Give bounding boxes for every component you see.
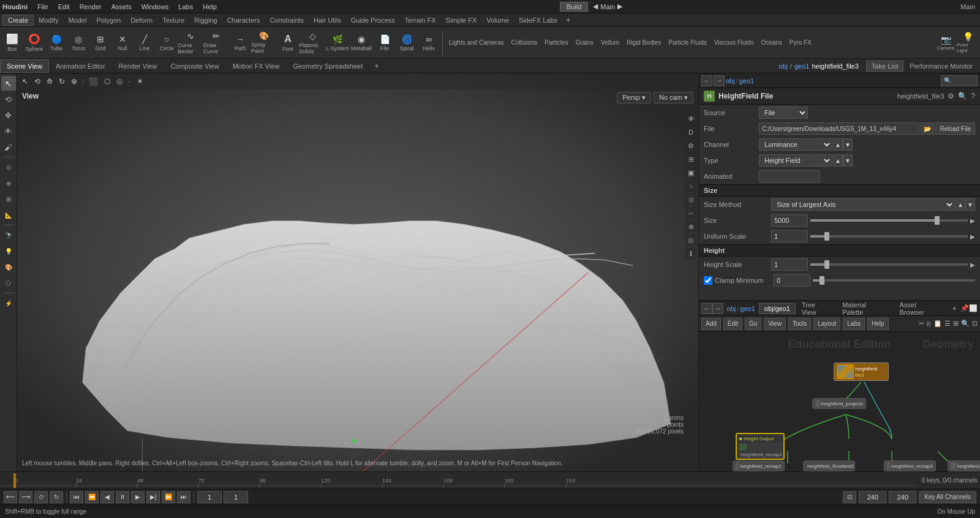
pivot-tool[interactable]: ⊕ bbox=[1, 176, 16, 190]
shelf-tab-sidefx[interactable]: SideFX Labs bbox=[514, 15, 562, 25]
tab-plus[interactable]: + bbox=[369, 59, 384, 73]
vp-xray-mode[interactable]: ◎ bbox=[114, 76, 125, 87]
tool-sphere[interactable]: ⭕ Sphere bbox=[23, 28, 45, 58]
channel-up-btn[interactable]: ▲ bbox=[833, 138, 843, 151]
size-method-down-btn[interactable]: ▼ bbox=[965, 198, 975, 211]
shelf-tab-create[interactable]: Create bbox=[2, 15, 34, 26]
ng-layout-btn[interactable]: Layout bbox=[813, 318, 840, 330]
vp-icon-4[interactable]: ⊞ bbox=[685, 153, 697, 165]
props-forward-btn[interactable]: → bbox=[714, 75, 725, 86]
tool-tube[interactable]: 🔵 Tube bbox=[45, 28, 67, 58]
oceans-tab[interactable]: Oceans bbox=[757, 38, 785, 47]
point-light-icon[interactable]: 💡 Point Light bbox=[957, 28, 979, 58]
file-path-input[interactable] bbox=[759, 122, 919, 135]
frame-range-start[interactable] bbox=[224, 491, 248, 503]
node-graph-expand-btn[interactable]: ⬜ bbox=[969, 304, 978, 312]
tool-curve-bezier[interactable]: ∿ Curve Bezier bbox=[178, 28, 203, 58]
shelf-tab-constraints[interactable]: Constraints bbox=[265, 15, 309, 25]
tool-file[interactable]: 📄 File bbox=[374, 28, 396, 58]
shelf-tab-modify[interactable]: Modify bbox=[34, 15, 63, 25]
clamp-min-slider[interactable] bbox=[813, 279, 975, 282]
uniform-scale-input[interactable] bbox=[771, 230, 808, 242]
vp-select-mode[interactable]: ↖ bbox=[20, 76, 31, 87]
performance-monitor-btn[interactable]: Performance Monitor bbox=[905, 61, 978, 71]
build-button[interactable]: Build bbox=[560, 2, 588, 12]
shelf-tab-hair[interactable]: Hair Utils bbox=[309, 15, 346, 25]
ng-tools-btn[interactable]: Tools bbox=[788, 318, 811, 330]
node-graph-forward-btn[interactable]: → bbox=[712, 303, 723, 314]
menu-labs[interactable]: Labs bbox=[173, 2, 198, 12]
shelf-tab-characters[interactable]: Characters bbox=[222, 15, 265, 25]
prev-key-btn[interactable]: ⏪ bbox=[85, 491, 99, 503]
props-search-input[interactable] bbox=[941, 75, 978, 86]
node-tab-tree[interactable]: Tree View bbox=[797, 300, 836, 317]
range-toggle-btn[interactable]: ⟵ bbox=[4, 491, 17, 503]
frame-value-right2[interactable] bbox=[889, 491, 916, 503]
menu-edit[interactable]: Edit bbox=[53, 2, 75, 12]
props-nav-geo1[interactable]: geo1 bbox=[739, 77, 754, 84]
tool-metaball[interactable]: ◉ Metaball bbox=[349, 28, 374, 58]
node-gear-btn[interactable]: ⚙ bbox=[948, 92, 954, 100]
particles-tab[interactable]: Particles bbox=[541, 38, 571, 47]
tab-geometry-spreadsheet[interactable]: Geometry Spreadsheet bbox=[287, 59, 370, 73]
type-up-btn[interactable]: ▲ bbox=[833, 154, 843, 167]
vp-icon-9[interactable]: ⊕ bbox=[685, 220, 697, 233]
tool-null[interactable]: ✕ Null bbox=[111, 28, 134, 58]
dynamics-tool[interactable]: ⚡ bbox=[1, 296, 16, 310]
timeline-ruler[interactable]: 0 24 48 72 96 120 144 168 192 bbox=[0, 471, 980, 489]
menu-file[interactable]: File bbox=[32, 2, 53, 12]
vp-icon-5[interactable]: ▣ bbox=[685, 167, 697, 179]
menu-help[interactable]: Help bbox=[198, 2, 222, 12]
range-toggle-btn2[interactable]: ⟶ bbox=[19, 491, 32, 503]
node-tab-material[interactable]: Material Palette bbox=[837, 300, 893, 317]
channel-select[interactable]: Luminance bbox=[759, 138, 832, 151]
tool-helix[interactable]: ∞ Helix bbox=[418, 28, 440, 58]
tool-path[interactable]: → Path bbox=[229, 28, 251, 58]
menu-assets[interactable]: Assets bbox=[107, 2, 137, 12]
node-hf-remap3[interactable]: heightfield_remap3 bbox=[884, 460, 936, 471]
current-frame-input[interactable] bbox=[197, 491, 222, 503]
view-tool[interactable]: 👁 bbox=[1, 124, 16, 138]
frame-value-right[interactable] bbox=[859, 491, 886, 503]
key-all-btn[interactable]: Key All Channels bbox=[919, 491, 976, 503]
perspective-btn[interactable]: Persp ▾ bbox=[617, 92, 651, 103]
prev-frame-btn[interactable]: ◀ bbox=[100, 491, 114, 503]
tab-motion-fx[interactable]: Motion FX View bbox=[226, 59, 287, 73]
vp-icon-7[interactable]: ⊙ bbox=[685, 193, 697, 206]
node-hf-remap1[interactable]: heightfield_remap1 bbox=[733, 460, 785, 471]
tool-font[interactable]: A Font bbox=[277, 28, 299, 58]
vp-rotate-mode[interactable]: ↻ bbox=[56, 76, 67, 87]
ng-view-btn[interactable]: View bbox=[764, 318, 786, 330]
ng-add-btn[interactable]: Add bbox=[701, 318, 721, 330]
uniform-scale-max-arrow[interactable]: ▶ bbox=[970, 233, 975, 240]
size-method-up-btn[interactable]: ▲ bbox=[956, 198, 965, 211]
shelf-tab-volume[interactable]: Volume bbox=[481, 15, 514, 25]
channel-down-btn[interactable]: ▼ bbox=[843, 138, 853, 151]
shelf-tab-texture[interactable]: Texture bbox=[157, 15, 189, 25]
menu-windows[interactable]: Windows bbox=[137, 2, 174, 12]
node-hf-visible[interactable]: heightfield_visibily bbox=[948, 460, 980, 471]
select-tool[interactable]: ↖ bbox=[1, 76, 16, 91]
clamp-min-input[interactable] bbox=[774, 274, 810, 287]
tool-draw-curve[interactable]: ✏ Draw Curve bbox=[203, 28, 229, 58]
tool-box[interactable]: ⬜ Box bbox=[1, 28, 23, 58]
light-tool[interactable]: 💡 bbox=[1, 244, 16, 258]
tool-lsystem[interactable]: 🌿 L-System bbox=[326, 28, 349, 58]
size-max-arrow[interactable]: ▶ bbox=[970, 217, 975, 224]
node-canvas[interactable]: Educational Edition Geometry bbox=[699, 332, 980, 471]
ng-help-btn[interactable]: Help bbox=[867, 318, 889, 330]
vp-light-mode[interactable]: ☀ bbox=[134, 76, 146, 87]
prop-nav-obj[interactable]: obj bbox=[778, 62, 788, 70]
node-heightfield-file3[interactable]: heightfield file3 bbox=[834, 362, 889, 381]
vp-scale-mode[interactable]: ⟰ bbox=[44, 76, 55, 87]
viewport[interactable]: ↖ ⟲ ⟰ ↻ ⊕ | ⬛ ⬡ ◎ · ☀ View Persp ▾ No ca… bbox=[17, 73, 698, 471]
paint-tool[interactable]: 🖌 bbox=[1, 140, 16, 154]
shelf-tab-rigging[interactable]: Rigging bbox=[189, 15, 222, 25]
camera-nav-tool[interactable]: 🔭 bbox=[1, 228, 16, 242]
collisions-tab[interactable]: Collisions bbox=[508, 38, 541, 47]
reload-file-btn[interactable]: Reload File bbox=[935, 122, 975, 135]
animated-input[interactable] bbox=[759, 170, 820, 182]
type-down-btn[interactable]: ▼ bbox=[843, 154, 853, 167]
stop-btn[interactable]: ⏸ bbox=[116, 491, 129, 503]
shelf-tab-model[interactable]: Model bbox=[63, 15, 91, 25]
